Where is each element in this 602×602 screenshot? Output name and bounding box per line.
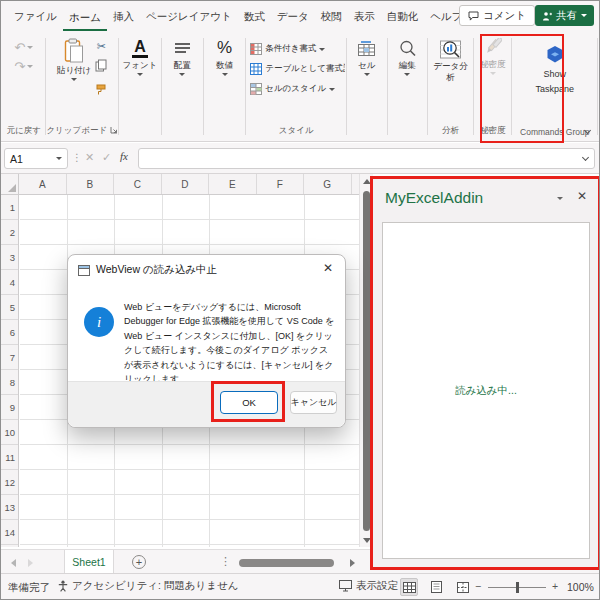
group-divider [427, 38, 428, 135]
tab-formulas[interactable]: 数式 [238, 10, 271, 31]
cell-styles-button[interactable]: セルのスタイル [247, 79, 345, 99]
column-header[interactable]: B [67, 174, 115, 194]
tab-home[interactable]: ホーム [63, 11, 107, 32]
cancel-entry-icon[interactable]: ✕ [85, 151, 94, 164]
sheet-nav-left-icon[interactable] [11, 559, 16, 567]
normal-view-icon[interactable] [400, 578, 418, 596]
editing-menu-button[interactable]: 編集 [399, 33, 416, 141]
comments-button[interactable]: コメント [459, 5, 535, 26]
row-header[interactable]: 14 [1, 520, 18, 545]
row-header[interactable]: 7 [1, 345, 18, 370]
group-divider [511, 38, 512, 135]
share-button[interactable]: 共有 [535, 5, 594, 26]
show-taskpane-label-line2: Taskpane [535, 84, 574, 95]
tab-insert[interactable]: 挿入 [107, 10, 140, 31]
row-header[interactable]: 9 [1, 395, 18, 420]
tab-page-layout[interactable]: ページレイアウト [140, 10, 238, 31]
sensitivity-button[interactable]: 秘密度 [480, 33, 506, 125]
row-header[interactable]: 3 [1, 245, 18, 270]
tabbar-splitter[interactable]: ⋮ [220, 555, 231, 568]
column-header[interactable]: A [19, 174, 67, 194]
row-header[interactable]: 8 [1, 370, 18, 395]
row-header[interactable]: 11 [1, 445, 18, 470]
vertical-scrollbar[interactable] [359, 174, 373, 547]
scroll-right-arrow-icon[interactable] [350, 559, 355, 567]
font-menu-button[interactable]: A フォント [123, 33, 158, 141]
dialog-body-text: Web ビューをデバッグするには、Microsoft Debugger for … [124, 300, 337, 386]
font-label: フォント [123, 60, 158, 71]
horizontal-scrollbar-thumb[interactable] [239, 559, 334, 567]
page-break-view-icon[interactable] [454, 578, 472, 596]
dialog-close-icon[interactable]: ✕ [323, 261, 333, 275]
view-settings-button[interactable]: 表示設定 [339, 579, 398, 593]
taskpane-close-icon[interactable]: ✕ [577, 189, 587, 203]
chevron-down-icon [27, 46, 33, 49]
alignment-menu-button[interactable]: 配置 [174, 33, 191, 141]
tab-automate[interactable]: 自動化 [381, 10, 425, 31]
taskpane-menu-chevron-icon[interactable] [557, 197, 563, 200]
dialog-launcher-icon[interactable] [110, 126, 118, 136]
format-painter-button[interactable] [95, 81, 107, 99]
zoom-in-icon[interactable]: + [552, 580, 558, 592]
column-header[interactable]: G [304, 174, 352, 194]
paste-button[interactable]: 貼り付け [57, 33, 91, 125]
group-divider [473, 38, 474, 135]
add-sheet-icon[interactable]: + [132, 555, 146, 569]
cells-menu-button[interactable]: セル [358, 33, 375, 141]
format-as-table-button[interactable]: テーブルとして書式設定 [247, 59, 345, 79]
row-header[interactable]: 13 [1, 495, 18, 520]
row-header[interactable]: 10 [1, 420, 18, 445]
copy-button[interactable] [95, 58, 107, 76]
column-header[interactable]: C [114, 174, 162, 194]
window-icon [78, 265, 90, 276]
sheet-nav-right-icon[interactable] [28, 559, 33, 567]
zoom-level-text[interactable]: 100% [567, 581, 594, 593]
paste-label: 貼り付け [57, 65, 91, 76]
group-divider [161, 38, 162, 135]
zoom-out-icon[interactable]: − [475, 580, 481, 592]
formula-bar-drag-handle[interactable]: ⋮ [72, 152, 82, 163]
page-layout-view-icon[interactable] [427, 578, 445, 596]
zoom-slider-thumb[interactable] [516, 582, 519, 593]
row-header[interactable]: 4 [1, 270, 18, 295]
font-a-icon: A [132, 38, 148, 58]
chevron-down-icon [319, 48, 325, 51]
row-header[interactable]: 12 [1, 470, 18, 495]
row-header[interactable]: 5 [1, 295, 18, 320]
cancel-button[interactable]: キャンセル [290, 391, 337, 414]
data-analysis-button[interactable]: データ分析 [431, 33, 469, 125]
formula-input[interactable] [138, 148, 595, 169]
scroll-up-arrow-icon[interactable] [363, 179, 371, 184]
column-header[interactable]: F [257, 174, 305, 194]
row-header[interactable]: 1 [1, 195, 18, 220]
cells-label: セル [358, 60, 375, 71]
row-header[interactable]: 2 [1, 220, 18, 245]
sensitivity-label: 秘密度 [480, 59, 506, 70]
name-box[interactable]: A1 [4, 148, 68, 169]
redo-button[interactable]: ↷ [14, 61, 33, 72]
row-header[interactable]: 6 [1, 320, 18, 345]
scroll-down-arrow-icon[interactable] [363, 538, 371, 543]
tab-review[interactable]: 校閲 [315, 10, 348, 31]
show-taskpane-button[interactable]: Show Taskpane [535, 33, 574, 127]
cut-button[interactable]: ✂ [97, 40, 106, 53]
tab-data[interactable]: データ [271, 10, 315, 31]
tab-view[interactable]: 表示 [348, 10, 381, 31]
accessibility-status[interactable]: アクセシビリティ: 問題ありません [57, 579, 239, 593]
font-group: A フォント [120, 33, 159, 141]
formula-bar-expand-chevron-icon[interactable] [582, 154, 589, 161]
conditional-formatting-button[interactable]: 条件付き書式 [247, 39, 345, 59]
view-settings-icon [339, 580, 352, 592]
confirm-entry-icon[interactable]: ✓ [102, 151, 111, 164]
column-header[interactable]: D [162, 174, 210, 194]
sheet-tab-sheet1[interactable]: Sheet1 [64, 550, 114, 575]
number-menu-button[interactable]: % 数値 [216, 33, 233, 141]
vertical-scrollbar-thumb[interactable] [363, 191, 370, 531]
tab-file[interactable]: ファイル [8, 10, 63, 31]
undo-button[interactable]: ↶ [14, 42, 33, 53]
column-header[interactable]: E [209, 174, 257, 194]
insert-function-icon[interactable]: fx [120, 150, 128, 162]
select-all-corner[interactable] [1, 174, 19, 195]
accessibility-icon [57, 580, 69, 592]
ok-button[interactable]: OK [220, 391, 278, 414]
